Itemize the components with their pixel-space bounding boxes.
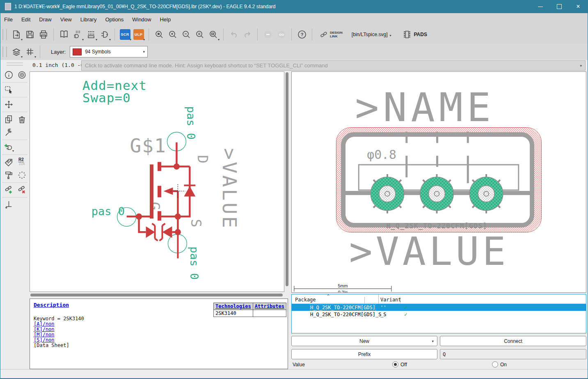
help-button[interactable]: ? <box>295 28 309 41</box>
run-ulp-button[interactable]: ULP ▾ <box>132 28 145 41</box>
pin-bottom-label: pas 0 <box>188 246 201 280</box>
go-button[interactable]: GO <box>275 28 288 41</box>
package-name-placeholder: >NAME <box>355 84 495 131</box>
grid-button[interactable]: ▾ <box>23 45 37 59</box>
ltspice-label: [bin/LTspice.svg] <box>352 32 388 37</box>
zoom-out-button[interactable] <box>179 28 193 41</box>
replace-tool-button[interactable] <box>16 169 27 181</box>
value-off-radio[interactable] <box>392 361 398 368</box>
technologies-header-link[interactable]: Technologies <box>215 303 251 309</box>
prefix-label: Prefix <box>358 351 371 357</box>
edit-package-button[interactable]: ▾ <box>84 28 98 41</box>
pin-a-link[interactable]: [A]/non <box>34 321 55 327</box>
go-icon: GO <box>277 30 286 39</box>
dropdown-arrow-icon: ▾ <box>109 38 111 41</box>
parambar-grip[interactable] <box>2 46 7 57</box>
redo-button[interactable] <box>240 28 254 41</box>
menu-window[interactable]: Window <box>132 16 151 23</box>
toolbar-grip[interactable] <box>2 29 7 40</box>
mark-origin-icon <box>4 200 14 209</box>
prefix-button[interactable]: Prefix <box>291 349 437 359</box>
menu-options[interactable]: Options <box>105 16 124 23</box>
dropdown-arrow-icon: ▾ <box>21 55 23 59</box>
prefix-value-field[interactable]: Q <box>440 349 586 359</box>
variant-column-header[interactable]: Variant <box>379 297 400 303</box>
save-button[interactable] <box>23 28 37 41</box>
layers-icon <box>11 47 21 57</box>
menu-file[interactable]: File <box>4 16 13 23</box>
new-document-button[interactable]: ▾ <box>9 28 23 41</box>
blank-column-header[interactable] <box>365 294 379 303</box>
menu-library[interactable]: Library <box>80 16 97 23</box>
show-tool-button[interactable] <box>16 69 27 80</box>
zoom-select-button[interactable]: ▾ <box>206 28 220 41</box>
mark-tool-button[interactable] <box>3 199 14 210</box>
layer-dropdown[interactable]: 94 Symbols ▾ <box>70 46 148 57</box>
scrollbar-thumb[interactable] <box>286 72 288 286</box>
pin-s-link[interactable]: [S]/non <box>34 337 55 343</box>
new-package-button[interactable]: New ▾ <box>291 336 437 346</box>
trash-icon <box>17 115 27 124</box>
connect-button[interactable]: Connect <box>440 336 586 346</box>
value-off-label: Off <box>400 362 407 368</box>
copy-tool-button[interactable] <box>3 113 14 125</box>
delete-tool-button[interactable] <box>16 113 27 125</box>
maximize-button[interactable] <box>550 0 569 13</box>
menu-help[interactable]: Help <box>160 16 171 23</box>
value-on-radio[interactable] <box>492 361 498 368</box>
edit-device-button[interactable]: ▾ <box>98 28 111 41</box>
dropdown-arrow-icon: ▾ <box>218 38 220 41</box>
edit-symbol-button[interactable]: ▾ <box>71 28 84 41</box>
package-row[interactable]: H_Q_2SK_TO-220CFM[GDS]_S _S ✓ <box>292 311 586 318</box>
sidebar-grip[interactable] <box>7 62 23 66</box>
run-script-button[interactable]: SCR ▾ <box>118 28 132 41</box>
name-tool-button[interactable] <box>3 156 14 168</box>
print-button[interactable] <box>37 28 50 41</box>
command-row: 0.1 inch (1.0 -0.1) Click to activate co… <box>0 60 588 71</box>
change-tool-button[interactable] <box>3 126 14 138</box>
menu-view[interactable]: View <box>60 16 72 23</box>
symbol-horizontal-scrollbar[interactable] <box>30 293 284 297</box>
layer-settings-button[interactable]: ▾ <box>9 45 23 59</box>
zoom-fit-button[interactable] <box>152 28 166 41</box>
move-tool-button[interactable] <box>3 99 14 110</box>
value-tool-button[interactable]: R210k <box>16 156 27 168</box>
link-add-tool-button[interactable] <box>3 184 14 195</box>
group-select-tool-button[interactable] <box>3 84 14 95</box>
undo-button[interactable] <box>227 28 240 41</box>
layer-dropdown-value: 94 Symbols <box>85 49 111 55</box>
ltspice-menu-button[interactable]: [bin/LTspice.svg] ▾ <box>352 32 392 37</box>
package-value-placeholder: >VALUE <box>349 229 509 274</box>
sidebar-separator <box>2 97 27 97</box>
zoom-in-button[interactable] <box>166 28 179 41</box>
package-row-selected[interactable]: H_Q_2SK_TO-220CFM[GDS] '' ✓ <box>292 304 586 311</box>
menu-draw[interactable]: Draw <box>39 16 51 23</box>
pin-k-link[interactable]: [K]/non <box>34 326 55 332</box>
group-select-icon <box>4 85 14 94</box>
package-canvas[interactable]: >NAME φ0.8 <box>291 71 586 293</box>
description-link[interactable]: Description <box>34 302 69 308</box>
pin-m-link[interactable]: [M]/non <box>34 332 55 338</box>
stop-button[interactable] <box>261 28 275 41</box>
design-link-button[interactable]: DESIGNLINK <box>320 30 343 39</box>
chain-link-icon <box>320 30 328 39</box>
parameter-toolbar: ▾ ▾ Layer: 94 Symbols ▾ <box>0 44 588 60</box>
link-remove-tool-button[interactable] <box>16 184 27 195</box>
layer-label: Layer: <box>51 49 66 55</box>
library-open-button[interactable] <box>57 28 71 41</box>
paint-tool-button[interactable] <box>3 169 14 181</box>
zoom-redraw-button[interactable] <box>193 28 206 41</box>
pads-button[interactable]: PADS <box>403 30 427 39</box>
scrollbar-thumb[interactable] <box>30 294 283 296</box>
zoom-select-icon <box>208 30 218 39</box>
attributes-header-link[interactable]: Attributes <box>255 303 284 309</box>
minimize-button[interactable] <box>531 0 550 13</box>
info-tool-button[interactable] <box>3 69 14 80</box>
menu-edit[interactable]: Edit <box>21 16 30 23</box>
symbol-canvas[interactable]: Add=next Swap=0 pas 0 pas 0 pas 0 G$1 D … <box>30 71 284 292</box>
command-line-input[interactable]: Click to activate command line mode. Hin… <box>81 60 586 71</box>
add-gate-tool-button[interactable]: ▾ <box>3 141 14 153</box>
dropdown-arrow-icon: ▾ <box>12 149 14 153</box>
symbol-vertical-scrollbar[interactable] <box>285 71 289 292</box>
close-button[interactable]: × <box>569 0 588 13</box>
